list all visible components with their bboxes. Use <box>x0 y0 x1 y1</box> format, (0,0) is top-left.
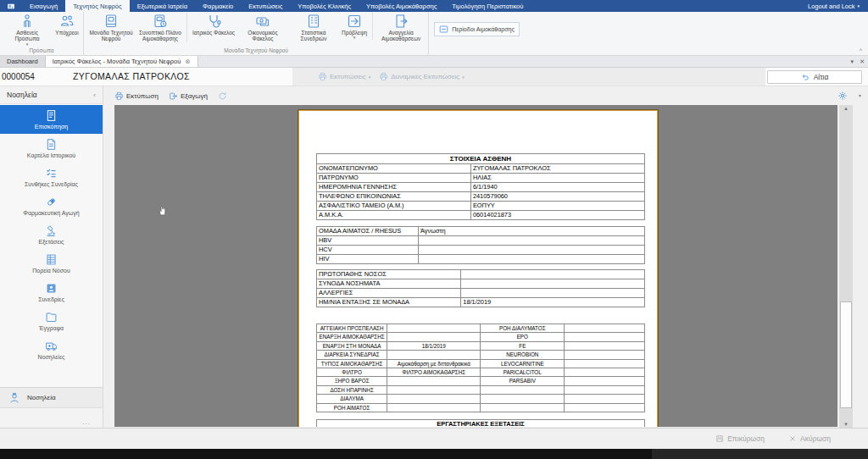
collapse-ribbon-icon[interactable]: ^ <box>860 47 862 53</box>
ribbon-button[interactable]: Στατιστικά Συνεδριών ▾ <box>288 13 339 42</box>
menu-item[interactable]: Εισαγωγή <box>22 0 65 12</box>
scrollbar-thumb[interactable] <box>840 301 852 408</box>
chevron-down-icon[interactable]: ▾ <box>859 92 861 98</box>
scroll-up-icon[interactable]: ▲ <box>839 106 853 111</box>
sidebar-item[interactable]: Φαρμακευτική Αγωγή <box>0 191 103 220</box>
forecast-icon <box>347 14 362 29</box>
ribbon-button[interactable]: Συνοπτικό Πλάνο Αιμοκάθαρσης ▾ <box>136 13 187 42</box>
mouse-cursor <box>157 205 168 216</box>
sidebar-item[interactable]: Συνεδρίες <box>0 278 103 307</box>
sidebar-item[interactable]: Έγγραφα <box>0 307 103 335</box>
validate-button[interactable]: Επικύρωση <box>715 434 765 443</box>
table-title: ΕΡΓΑΣΤΗΡΙΑΚΕΣ ΕΞΕΤΑΣΕΙΣ <box>317 420 645 427</box>
sidebar-item[interactable]: Πορεία Νόσου <box>0 249 103 278</box>
sidebar-item[interactable]: Επισκόπηση <box>0 105 103 134</box>
menu-item[interactable]: Υποβολές Κλινικής <box>290 0 359 12</box>
ribbon-group-label: Μονάδα Τεχνητού Νεφρού <box>86 47 426 55</box>
tab-medical-record[interactable]: Ιατρικός Φάκελος - Μονάδα Τεχνητού Νεφρο… <box>46 56 198 67</box>
collapse-sidebar-icon[interactable]: ‹ <box>93 91 96 99</box>
causes-button[interactable]: Αίτια <box>767 70 862 84</box>
patient-icon <box>19 14 35 29</box>
table-row: ΠΑΤΡΩΝΥΜΟ ΗΛΙΑΣ <box>317 174 645 183</box>
sidebar-section-nosileia[interactable]: Νοσηλεία <box>0 387 103 407</box>
sidebar-header: Νοσηλεία ‹ <box>0 86 103 104</box>
stethoscope-icon <box>206 14 221 29</box>
close-tab-icon[interactable]: ⊗ <box>185 58 190 65</box>
refresh-button[interactable] <box>214 90 231 102</box>
print-actions-panel: Εκτυπώσεις ▾ Δυναμικές Εκτυπώσεις ▾ <box>292 68 765 86</box>
export-button[interactable]: Εξαγωγή <box>164 90 212 102</box>
export-icon <box>169 91 178 101</box>
sidebar-item[interactable]: Εξετάσεις <box>0 220 103 249</box>
ellipsis-icon[interactable]: ... <box>82 418 91 426</box>
table-row: ΔΟΣΗ ΗΠΑΡΙΝΗΣ <box>317 385 645 394</box>
close-icon[interactable]: ✕ <box>860 58 865 65</box>
tabbar-controls: ▾ ✕ <box>851 56 865 68</box>
ribbon-button[interactable]: Αναγγελία Αιμοκαθάρσεων ▾ <box>376 13 426 42</box>
gear-icon[interactable] <box>837 91 848 101</box>
scroll-down-icon[interactable]: ▼ <box>839 422 853 427</box>
chevron-down-icon: ▾ <box>857 3 860 8</box>
sidebar: Νοσηλεία ‹ Επισκόπηση Καρτέλα Ιστορικού … <box>0 86 103 429</box>
chevron-down-icon: ▾ <box>353 36 356 40</box>
ribbon-button[interactable]: Μονάδα Τεχνητού Νεφρού ▾ <box>86 13 136 42</box>
tab-dashboard[interactable]: Dashboard <box>0 56 46 67</box>
table-row: ΑΓΓΕΙΑΚΗ ΠΡΟΣΠΕΛΑΣΗ ΡΟΗ ΔΙΑΛΥΜΑΤΟΣ <box>317 324 645 333</box>
ribbon-button[interactable]: Υπόχρεοι ▾ <box>53 13 81 36</box>
session-conditions-icon <box>45 167 58 180</box>
sidebar-item[interactable]: Νοσηλείες <box>0 335 103 364</box>
report-page: ΣΤΟΙΧΕΙΑ ΑΣΘΕΝΗ ΟΝΟΜΑΤΕΠΩΝΥΜΟ ΖΥΓΟΜΑΛΑΣ … <box>298 110 658 427</box>
chevron-down-icon: ▾ <box>369 75 371 80</box>
patient-name: ΖΥΓΟΜΑΛΑΣ ΠΑΤΡΟΚΛΟΣ <box>73 71 190 81</box>
ribbon-button[interactable]: Οικονομικός Φάκελος ▾ <box>237 13 288 42</box>
table-title: ΣΤΟΙΧΕΙΑ ΑΣΘΕΝΗ <box>317 154 645 164</box>
nurse-icon <box>8 392 20 404</box>
table-row: ΗΜ/ΝΙΑ ΕΝΤΑΞΗΣ ΣΕ ΜΟΝΑΔΑ 18/1/2019 <box>317 298 645 307</box>
ribbon-button[interactable]: Πρόβλεψη ▾ <box>339 13 373 40</box>
chevron-down-icon[interactable]: ▾ <box>851 58 854 65</box>
dialysis-machine-icon <box>103 14 119 29</box>
table-row: ΔΙΑΛΥΜΑ <box>317 395 645 403</box>
people-icon <box>59 14 75 29</box>
table-row: ΟΝΟΜΑΤΕΠΩΝΥΜΟ ΖΥΓΟΜΑΛΑΣ ΠΑΤΡΟΚΛΟΣ <box>317 164 645 174</box>
patient-header: 0000054 ΖΥΓΟΜΑΛΑΣ ΠΑΤΡΟΚΛΟΣ Εκτυπώσεις ▾… <box>0 68 868 86</box>
ribbon-button[interactable]: Ιατρικός Φάκελος ▾ <box>190 13 237 36</box>
hospitalizations-icon <box>45 340 58 352</box>
app-logo-icon[interactable] <box>0 0 22 12</box>
periods-icon <box>439 25 448 34</box>
print-button[interactable]: Εκτύπωση <box>110 90 163 102</box>
medication-icon <box>45 196 58 208</box>
footer-actions: Επικύρωση Ακύρωση <box>0 428 868 449</box>
announce-icon <box>393 14 409 29</box>
cancel-button[interactable]: Ακύρωση <box>788 434 831 443</box>
report-preview: Εκτύπωση Εξαγωγή ▾ ΣΤΟΙΧΕΙΑ ΑΣΘΕΝΗ <box>103 86 868 428</box>
menu-item[interactable]: Εξωτερικά Ιατρεία <box>130 0 195 12</box>
document-tabbar: Dashboard Ιατρικός Φάκελος - Μονάδα Τεχν… <box>0 56 868 68</box>
menu-item[interactable]: Υποβολές Αιμοκάθαρσης <box>359 0 444 12</box>
table-row: ΟΜΑΔΑ ΑΙΜΑΤΟΣ / RHESUS Άγνωστη <box>317 227 645 236</box>
menu-item[interactable]: Τιμολόγηση Περιστατικού <box>444 0 531 12</box>
preview-canvas: ΣΤΟΙΧΕΙΑ ΑΣΘΕΝΗ ΟΝΟΜΑΤΕΠΩΝΥΜΟ ΖΥΓΟΜΑΛΑΣ … <box>114 105 837 427</box>
chevron-down-icon: ▾ <box>462 75 465 80</box>
logout-button[interactable]: Logout and Lock ▾ <box>799 0 868 12</box>
table-row: ΠΡΩΤΟΠΑΘΗΣ ΝΟΣΟΣ <box>317 270 645 279</box>
dynamic-prints-button[interactable]: Δυναμικές Εκτυπώσεις ▾ <box>379 72 465 81</box>
dialysis-periods-button[interactable]: Περίοδοι Αιμοκάθαρσης <box>434 22 520 36</box>
menu-item[interactable]: Εκτυπώσεις <box>241 0 290 12</box>
preview-toolbar: Εκτύπωση Εξαγωγή <box>103 86 868 105</box>
menu-item[interactable]: Τεχνητός Νεφρός <box>65 0 129 12</box>
lab-tests-icon <box>45 224 58 237</box>
table-header-row: ΕΡΓΑΣΤΗΡΙΑΚΕΣ ΕΞΕΤΑΣΕΙΣ <box>317 420 645 427</box>
ribbon-group-dialysis-unit: Μονάδα Τεχνητού Νεφρού ▾ Συνοπτικό Πλάνο… <box>84 12 429 55</box>
ribbon-group-persons: Ασθενείς Πρόσωπα ▾ Υπόχρεοι ▾ Πρόσωπα <box>0 12 84 55</box>
sidebar-item[interactable]: Συνθήκες Συνεδρίας <box>0 163 103 191</box>
disease-course-icon <box>45 253 58 266</box>
prints-button[interactable]: Εκτυπώσεις ▾ <box>318 72 370 81</box>
menu-item[interactable]: Φαρμακείο <box>195 0 241 12</box>
table-row: HCV <box>317 246 645 255</box>
table-row: ΑΛΛΕΡΓΙΕΣ <box>317 289 645 298</box>
patient-details-table: ΣΤΟΙΧΕΙΑ ΑΣΘΕΝΗ ΟΝΟΜΑΤΕΠΩΝΥΜΟ ΖΥΓΟΜΑΛΑΣ … <box>316 153 645 220</box>
ribbon-button[interactable]: Ασθενείς Πρόσωπα ▾ <box>2 13 53 47</box>
sidebar-item[interactable]: Καρτέλα Ιστορικού <box>0 134 103 163</box>
vertical-scrollbar[interactable]: ▲ ▼ <box>839 105 853 428</box>
